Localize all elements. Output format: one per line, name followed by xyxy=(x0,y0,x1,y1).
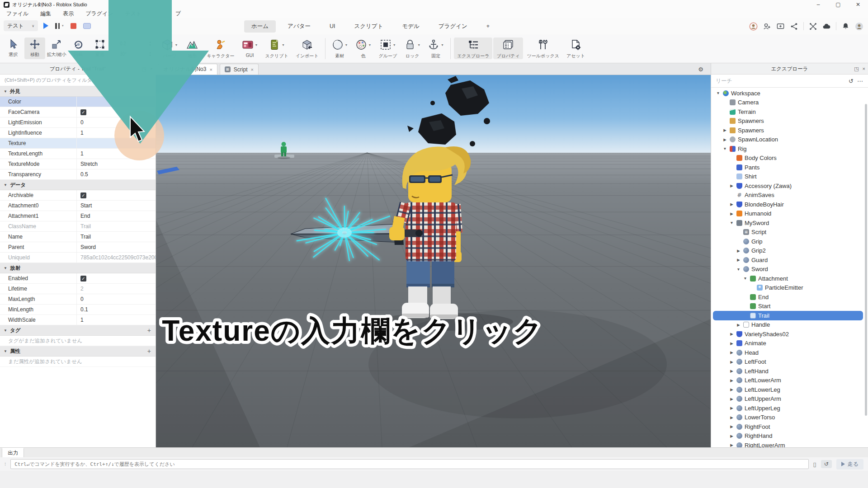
property-value[interactable]: ✓ xyxy=(77,107,156,117)
ribbon-button-asset[interactable]: アセット xyxy=(563,38,588,59)
stepper-icon[interactable]: ▲▼ xyxy=(149,40,151,47)
ribbon-button-scriptbtn[interactable]: ▼スクリプト xyxy=(262,38,291,59)
property-value[interactable]: ✓ xyxy=(77,190,156,200)
explorer-scrollbar[interactable] xyxy=(865,104,867,416)
property-section-外見[interactable]: ▼外見 xyxy=(0,86,156,97)
tree-item-Head[interactable]: ▶Head xyxy=(713,348,863,357)
property-row-UniqueId[interactable]: UniqueId785a0c102c4cc22509c073e2000... xyxy=(0,253,156,263)
maximize-button[interactable]: ▢ xyxy=(828,1,848,8)
property-value[interactable]: 785a0c102c4cc22509c073e2000... xyxy=(77,253,156,263)
property-row-Name[interactable]: NameTrail xyxy=(0,232,156,242)
move-snap-input[interactable]: 0.2 ... xyxy=(117,39,147,47)
checkbox-checked-icon[interactable]: ✓ xyxy=(80,109,86,115)
tool-move[interactable]: 移動 xyxy=(24,38,45,59)
tree-item-VarietyShades02[interactable]: ▶VarietyShades02 xyxy=(713,329,863,339)
tree-item-Terrain[interactable]: Terrain xyxy=(713,107,863,117)
property-value[interactable]: Trail xyxy=(77,221,156,231)
more-options-icon[interactable]: ⋯ xyxy=(857,78,863,84)
property-row-Attachment1[interactable]: Attachment1End xyxy=(0,211,156,221)
chevron-down-icon[interactable]: ▼ xyxy=(175,43,178,47)
ribbon-button-color[interactable]: ▼色 xyxy=(352,38,375,59)
tree-item-Handle[interactable]: ▶Handle xyxy=(713,320,863,330)
ribbon-button-material[interactable]: ▼素材 xyxy=(329,38,351,59)
tree-item-LeftLowerLeg[interactable]: ▶LeftLowerLeg xyxy=(713,385,863,394)
tree-item-Pants[interactable]: Pants xyxy=(713,163,863,172)
ribbon-tab-ホーム[interactable]: ホーム xyxy=(244,20,276,33)
ribbon-button-gui[interactable]: ▼GUI xyxy=(239,38,261,58)
property-value[interactable]: 0.1 xyxy=(77,305,156,314)
chevron-right-icon[interactable]: ▶ xyxy=(736,323,741,327)
bookmark-icon[interactable]: ▯ xyxy=(813,461,816,468)
chevron-right-icon[interactable]: ▶ xyxy=(736,249,741,253)
chevron-right-icon[interactable]: ▶ xyxy=(729,341,734,346)
tree-item-SpawnLocation[interactable]: ▶SpawnLocation xyxy=(713,135,863,145)
stepper-icon[interactable]: ▲▼ xyxy=(149,51,151,57)
checkbox-checked-icon[interactable]: ✓ xyxy=(80,276,86,282)
property-value[interactable]: Sword xyxy=(77,242,156,252)
pause-button[interactable]: ▾ xyxy=(55,23,64,29)
ribbon-tab-スクリプト[interactable]: スクリプト xyxy=(347,20,390,33)
property-value[interactable]: Trail xyxy=(77,232,156,242)
tree-item-ParticleEmitter[interactable]: *ParticleEmitter xyxy=(713,283,863,293)
chevron-right-icon[interactable]: ▶ xyxy=(729,406,734,410)
add-collaborator-icon[interactable] xyxy=(763,22,771,31)
property-row-TextureMode[interactable]: TextureModeStretch xyxy=(0,159,156,169)
property-section-タグ[interactable]: ▼タグ+ xyxy=(0,325,156,336)
command-input[interactable] xyxy=(10,459,808,469)
property-row-MaxLength[interactable]: MaxLength0 xyxy=(0,294,156,305)
chevron-right-icon[interactable]: ▶ xyxy=(729,443,734,447)
property-row-Color[interactable]: Color xyxy=(0,97,156,107)
chevron-down-icon[interactable]: ▼ xyxy=(282,43,285,47)
viewport-tab-オリジナル剣No3[interactable]: オリジナル剣No3× xyxy=(158,64,217,75)
menu-item-partial[interactable]: ブ xyxy=(175,10,181,18)
tree-item-LeftUpperArm[interactable]: ▶LeftUpperArm xyxy=(713,394,863,404)
tree-item-Shirt[interactable]: Shirt xyxy=(713,172,863,182)
add-icon[interactable]: + xyxy=(147,327,151,334)
ribbon-button-part[interactable]: ▼パーツ xyxy=(158,38,181,59)
avatar[interactable] xyxy=(855,22,863,31)
close-button[interactable]: ✕ xyxy=(848,1,868,8)
property-value[interactable]: End xyxy=(77,211,156,221)
property-row-ClassName[interactable]: ClassNameTrail xyxy=(0,221,156,232)
tree-item-LeftFoot[interactable]: ▶LeftFoot xyxy=(713,357,863,367)
property-row-MinLength[interactable]: MinLength0.1 xyxy=(0,305,156,315)
chevron-right-icon[interactable]: ▶ xyxy=(729,434,734,438)
tree-item-BlondeBoyHair[interactable]: ▶BlondeBoyHair xyxy=(713,200,863,209)
chevron-right-icon[interactable]: ▶ xyxy=(729,202,734,206)
chevron-down-icon[interactable]: ▼ xyxy=(729,221,734,225)
tree-item-RightFoot[interactable]: ▶RightFoot xyxy=(713,422,863,432)
chevron-right-icon[interactable]: ▶ xyxy=(729,397,734,401)
tree-item-Animate[interactable]: ▶Animate xyxy=(713,339,863,348)
test-mode-dropdown[interactable]: テスト∨ xyxy=(4,20,38,31)
property-row-LightInfluence[interactable]: LightInfluence1 xyxy=(0,128,156,138)
rotate-snap-input[interactable]: 30° xyxy=(117,50,147,58)
chevron-down-icon[interactable]: ▼ xyxy=(441,43,444,47)
chevron-right-icon[interactable]: ▶ xyxy=(722,137,727,142)
property-section-属性[interactable]: ▼属性+ xyxy=(0,346,156,357)
chevron-down-icon[interactable]: ▼ xyxy=(368,43,372,47)
tree-item-Camera[interactable]: Camera xyxy=(713,98,863,108)
chevron-down-icon[interactable]: ▼ xyxy=(345,43,348,47)
property-section-データ[interactable]: ▼データ xyxy=(0,180,156,190)
chevron-down-icon[interactable]: ▼ xyxy=(722,146,727,151)
chevron-right-icon[interactable]: ▶ xyxy=(729,369,734,373)
property-row-FaceCamera[interactable]: FaceCamera✓ xyxy=(0,107,156,117)
tree-item-Start[interactable]: Start xyxy=(713,302,863,311)
collaboration-icon[interactable] xyxy=(809,22,817,31)
output-tab[interactable]: 出力 xyxy=(2,448,24,458)
tool-rotate[interactable]: 回転 xyxy=(68,38,89,59)
ribbon-tab-アバター[interactable]: アバター xyxy=(280,20,318,33)
property-row-WidthScale[interactable]: WidthScale1 xyxy=(0,315,156,325)
chevron-down-icon[interactable]: ▼ xyxy=(393,43,396,47)
property-value[interactable] xyxy=(77,97,156,107)
chevron-right-icon[interactable]: ▶ xyxy=(729,183,734,188)
menu-item-プラグイン[interactable]: プラグイン xyxy=(85,10,113,18)
ribbon-tab-モデル[interactable]: モデル xyxy=(395,20,426,33)
checkbox-checked-icon[interactable]: ✓ xyxy=(80,192,86,198)
avatar[interactable] xyxy=(749,22,758,31)
property-value[interactable]: 2 xyxy=(77,284,156,294)
float-panel-icon[interactable]: ◳ xyxy=(854,66,859,72)
property-row-LightEmission[interactable]: LightEmission0 xyxy=(0,117,156,128)
tree-item-LeftUpperLeg[interactable]: ▶LeftUpperLeg xyxy=(713,404,863,413)
tree-item-Grip2[interactable]: ▶Grip2 xyxy=(713,246,863,256)
